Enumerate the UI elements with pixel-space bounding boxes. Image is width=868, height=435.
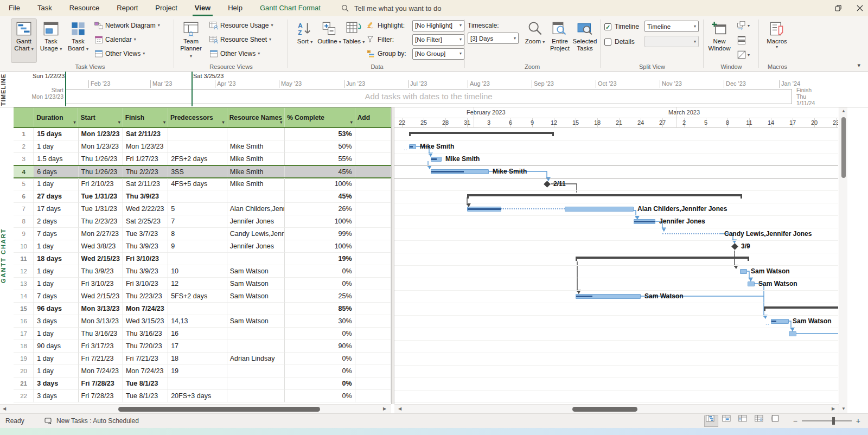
cell-finish[interactable]: Thu 2/2/23	[123, 166, 168, 177]
cell-duration[interactable]: 1 day	[34, 353, 78, 365]
cell-res[interactable]: Mike Smith	[227, 178, 285, 190]
table-row[interactable]: 46 daysThu 1/26/23Thu 2/2/233SSMike Smit…	[14, 165, 391, 178]
cell-start[interactable]: Wed 2/15/23	[79, 253, 123, 265]
gantt-scroll-thumb[interactable]	[572, 407, 637, 412]
cell-res[interactable]	[227, 303, 285, 315]
cell-add[interactable]	[355, 365, 391, 378]
table-horizontal-scrollbar[interactable]: ◀ ▶	[0, 404, 391, 413]
cell-rownum[interactable]: 4	[14, 166, 34, 177]
network-diagram-button[interactable]: Network Diagram▾	[94, 21, 171, 30]
cell-duration[interactable]: 27 days	[34, 190, 78, 203]
cell-add[interactable]	[355, 253, 391, 265]
cell-duration[interactable]: 3 days	[34, 315, 78, 328]
cell-add[interactable]	[355, 265, 391, 278]
cell-add[interactable]	[355, 215, 391, 228]
task-usage-button[interactable]: TaskUsage ▾	[38, 18, 64, 63]
cell-start[interactable]: Thu 3/9/23	[79, 265, 123, 278]
cell-rownum[interactable]: 1	[14, 128, 34, 140]
hide-window-button[interactable]: ▾	[737, 50, 753, 61]
cell-start[interactable]: Tue 1/31/23	[79, 190, 123, 203]
cell-pct[interactable]: 90%	[285, 340, 355, 353]
cell-add[interactable]	[355, 140, 391, 153]
cell-pct[interactable]: 50%	[285, 140, 355, 153]
gantt-horizontal-scrollbar[interactable]: ◀ ▶	[394, 404, 839, 413]
cell-start[interactable]: Thu 1/26/23	[79, 153, 123, 165]
cell-start[interactable]: Thu 2/23/23	[79, 215, 123, 228]
cell-pred[interactable]: 17	[168, 340, 227, 353]
cell-duration[interactable]: 15 days	[34, 128, 78, 140]
cell-finish[interactable]: Wed 2/22/23	[123, 203, 168, 215]
cell-duration[interactable]: 1 day	[34, 328, 78, 340]
menu-view[interactable]: View	[186, 0, 219, 16]
zoom-slider-handle[interactable]	[832, 417, 835, 425]
cell-res[interactable]: Sam Watson	[227, 278, 285, 290]
column-header-pct[interactable]: % Complete▾	[285, 108, 355, 127]
cell-pred[interactable]: 5FS+2 days	[168, 290, 227, 303]
cell-start[interactable]: Wed 2/15/23	[79, 290, 123, 303]
cell-pct[interactable]: 85%	[285, 303, 355, 315]
cell-res[interactable]	[227, 328, 285, 340]
table-row[interactable]: 97 daysMon 2/27/23Tue 3/7/238Candy Lewis…	[14, 228, 391, 240]
menu-project[interactable]: Project	[146, 0, 186, 16]
cell-finish[interactable]: Sat 2/11/23	[123, 178, 168, 190]
zoom-in-button[interactable]: +	[856, 417, 860, 425]
table-row[interactable]: 115 daysMon 1/23/23Sat 2/11/2353%	[14, 128, 391, 140]
cell-add[interactable]	[355, 290, 391, 303]
cell-finish[interactable]: Fri 3/10/23	[123, 278, 168, 290]
cell-pred[interactable]: 16	[168, 328, 227, 340]
task-bar[interactable]	[565, 207, 634, 212]
cell-start[interactable]: Fri 7/28/23	[79, 378, 123, 390]
summary-bar[interactable]	[764, 306, 838, 309]
resource-sheet-view-button[interactable]	[753, 415, 767, 427]
highlight-select[interactable]: [No Highlight]▾	[412, 20, 464, 31]
cell-pred[interactable]: 7	[168, 215, 227, 228]
cell-res[interactable]	[227, 378, 285, 390]
cell-res[interactable]: Candy Lewis,Jennifer Jones	[227, 228, 285, 240]
zoom-button[interactable]: Zoom ▾	[522, 18, 548, 63]
cell-start[interactable]: Fri 7/21/23	[79, 353, 123, 365]
cell-finish[interactable]: Sat 2/25/23	[123, 215, 168, 228]
summary-bar[interactable]	[576, 257, 749, 259]
sort-button[interactable]: AZ Sort ▾	[292, 18, 318, 63]
scroll-down-arrow[interactable]: ▼	[839, 405, 848, 413]
table-row[interactable]: 717 daysTue 1/31/23Wed 2/22/235Alan Chil…	[14, 203, 391, 215]
menu-report[interactable]: Report	[108, 0, 146, 16]
cell-duration[interactable]: 17 days	[34, 203, 78, 215]
cell-add[interactable]	[355, 153, 391, 165]
cell-add[interactable]	[355, 315, 391, 328]
cell-add[interactable]	[355, 178, 391, 190]
table-scroll-thumb[interactable]	[118, 407, 320, 412]
cell-pct[interactable]: 100%	[285, 215, 355, 228]
timeline-pane[interactable]: TIMELINE Sun 1/22/23 Sat 3/25/23 Feb '23…	[0, 72, 868, 107]
cell-pred[interactable]: 19	[168, 365, 227, 378]
filter-select[interactable]: [No Filter]▾	[412, 34, 464, 46]
cell-rownum[interactable]: 9	[14, 228, 34, 240]
cell-pred[interactable]: 9	[168, 240, 227, 253]
menu-file[interactable]: File	[0, 0, 29, 16]
cell-add[interactable]	[355, 340, 391, 353]
column-header-pred[interactable]: Predecessors▾	[168, 108, 227, 127]
cell-res[interactable]	[227, 390, 285, 402]
cell-finish[interactable]: Fri 7/21/23	[123, 353, 168, 365]
cell-start[interactable]: Thu 3/16/23	[79, 328, 123, 340]
table-row[interactable]: 82 daysThu 2/23/23Sat 2/25/237Jennifer J…	[14, 215, 391, 228]
cell-pred[interactable]	[168, 190, 227, 203]
cell-pct[interactable]: 0%	[285, 278, 355, 290]
group-by-select[interactable]: [No Group]▾	[412, 48, 464, 60]
cell-add[interactable]	[355, 353, 391, 365]
cell-start[interactable]: Tue 1/31/23	[79, 203, 123, 215]
cell-add[interactable]	[355, 303, 391, 315]
gantt-chart-button[interactable]: GanttChart ▾	[11, 18, 37, 63]
cell-res[interactable]: Sam Watson	[227, 265, 285, 278]
selected-tasks-button[interactable]: SelectedTasks	[572, 18, 598, 63]
outline-button[interactable]: Outline ▾	[316, 18, 342, 63]
gantt-view-button[interactable]	[704, 415, 718, 427]
team-planner-view-button[interactable]	[737, 415, 751, 427]
cell-add[interactable]	[355, 203, 391, 215]
new-window-button[interactable]: NewWindow	[706, 18, 732, 63]
cell-duration[interactable]: 3 days	[34, 378, 78, 390]
cell-pct[interactable]: 53%	[285, 128, 355, 140]
cell-finish[interactable]: Tue 8/1/23	[123, 378, 168, 390]
cell-finish[interactable]: Thu 7/20/23	[123, 340, 168, 353]
cell-duration[interactable]: 3 days	[34, 390, 78, 402]
